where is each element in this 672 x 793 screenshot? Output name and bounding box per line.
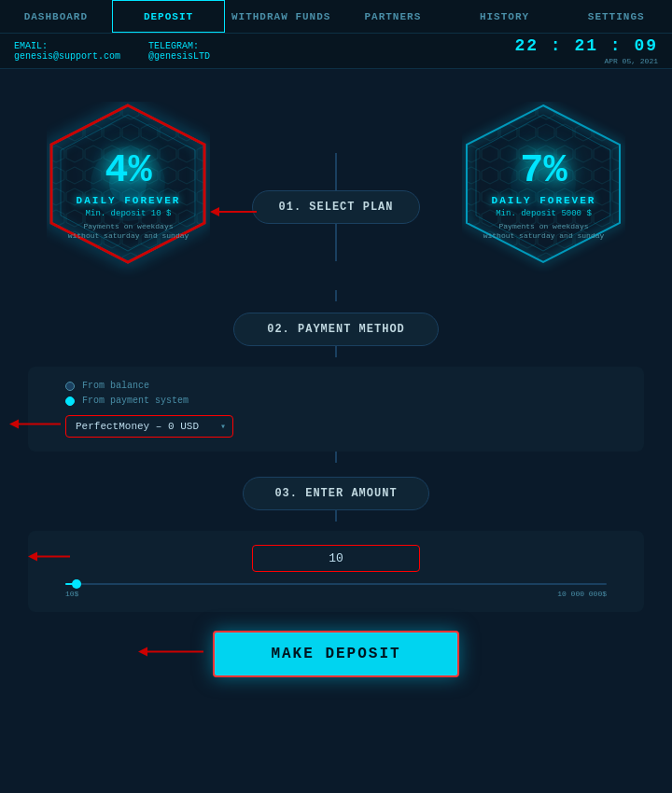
arrow-deposit-btn: [138, 645, 203, 664]
radio-payment[interactable]: From payment system: [65, 396, 189, 406]
connector-3: [335, 452, 337, 463]
connector-2: [335, 346, 337, 357]
nav-dashboard[interactable]: DASHBOARD: [0, 0, 112, 33]
payment-radio-group: From balance From payment system: [65, 381, 189, 406]
email-value: genesis@support.com: [14, 51, 120, 62]
plans-section: 4% DAILY FOREVER Min. deposit 10 $ Payme…: [28, 102, 644, 290]
plan-right-details: 7% DAILY FOREVER Min. deposit 5000 $ Pay…: [474, 142, 614, 251]
arrow-left-plan: [210, 204, 257, 224]
step2-label: 02. PAYMENT METHOD: [233, 313, 439, 346]
amount-box: 10$ 10 000 000$: [28, 531, 644, 612]
radio-balance[interactable]: From balance: [65, 381, 189, 391]
radio-dot-balance: [65, 382, 75, 391]
plan-right-min: Min. deposit 5000 $: [483, 209, 605, 218]
payment-select[interactable]: PerfectMoney – 0 USD Bitcoin – 0 USD Eth…: [65, 415, 233, 438]
slider-thumb[interactable]: [72, 579, 81, 589]
plan-left-percent: 4%: [68, 151, 189, 190]
navigation: DASHBOARD DEPOSIT WITHDRAW FUNDS PARTNER…: [0, 0, 672, 34]
make-deposit-button[interactable]: MAKE DEPOSIT: [213, 631, 458, 677]
payment-select-wrap: PerfectMoney – 0 USD Bitcoin – 0 USD Eth…: [65, 415, 233, 438]
plan-left-min: Min. deposit 10 $: [68, 209, 189, 218]
connector-4: [335, 510, 337, 522]
connector-1: [335, 290, 337, 301]
amount-input[interactable]: [252, 545, 420, 572]
info-bar: EMAIL: genesis@support.com TELEGRAM: @ge…: [0, 34, 672, 69]
nav-withdraw[interactable]: WITHDRAW FUNDS: [225, 0, 337, 33]
nav-settings[interactable]: SETTINGS: [560, 0, 672, 33]
slider-wrap: 10$ 10 000 000$: [65, 583, 607, 598]
plan-right-note: Payments on weekdayswithout saturday and…: [483, 222, 605, 242]
arrow-amount: [28, 549, 70, 568]
plan-right-percent: 7%: [483, 151, 605, 190]
step3-label: 03. ENTER AMOUNT: [243, 477, 429, 510]
date-display: APR 05, 2021: [514, 57, 658, 65]
svg-marker-17: [28, 551, 37, 561]
telegram-value: @genesisLTD: [148, 51, 210, 62]
step1-label: 01. SELECT PLAN: [252, 190, 420, 224]
radio-dot-payment: [65, 396, 75, 406]
plan-left-title: DAILY FOREVER: [68, 195, 189, 206]
plan-left-note: Payments on weekdayswithout saturday and…: [68, 222, 189, 242]
slider-labels: 10$ 10 000 000$: [65, 590, 607, 598]
svg-marker-13: [210, 207, 219, 216]
payment-box: From balance From payment system: [28, 367, 644, 452]
clock-display: 22 : 21 : 09: [514, 36, 658, 55]
plan-right[interactable]: 7% DAILY FOREVER Min. deposit 5000 $ Pay…: [462, 102, 625, 290]
radio-balance-label: From balance: [82, 381, 149, 391]
arrow-select: [9, 417, 61, 437]
email-label: EMAIL:: [14, 41, 120, 51]
amount-section: 03. ENTER AMOUNT: [28, 477, 644, 612]
svg-marker-19: [138, 647, 147, 657]
plans-flex: 4% DAILY FOREVER Min. deposit 10 $ Payme…: [28, 102, 644, 290]
deposit-btn-wrap: MAKE DEPOSIT: [28, 631, 644, 677]
telegram-label: TELEGRAM:: [148, 41, 210, 51]
nav-partners[interactable]: PARTNERS: [337, 0, 449, 33]
plan-right-title: DAILY FOREVER: [483, 195, 605, 206]
slider-max-label: 10 000 000$: [557, 590, 607, 598]
payment-section: 02. PAYMENT METHOD From balance From pay…: [28, 313, 644, 452]
main-content: 4% DAILY FOREVER Min. deposit 10 $ Payme…: [0, 69, 672, 696]
telegram-info: TELEGRAM: @genesisLTD: [148, 41, 210, 62]
nav-deposit[interactable]: DEPOSIT: [112, 0, 226, 33]
svg-marker-15: [9, 420, 19, 429]
radio-payment-label: From payment system: [82, 396, 189, 406]
plan-left-details: 4% DAILY FOREVER Min. deposit 10 $ Payme…: [59, 142, 199, 251]
slider-min-label: 10$: [65, 590, 78, 598]
plan-left[interactable]: 4% DAILY FOREVER Min. deposit 10 $ Payme…: [47, 102, 210, 290]
email-info: EMAIL: genesis@support.com: [14, 41, 120, 62]
slider-track: [65, 583, 607, 585]
nav-history[interactable]: HISTORY: [449, 0, 561, 33]
